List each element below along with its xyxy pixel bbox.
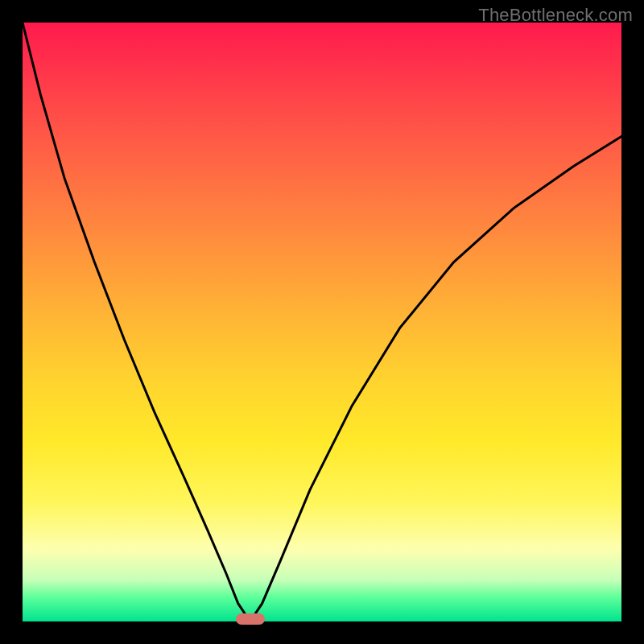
minimum-marker <box>236 613 265 625</box>
chart-frame: TheBottleneck.com <box>0 0 644 644</box>
curve-svg <box>23 23 621 621</box>
plot-area <box>23 23 621 621</box>
bottleneck-curve <box>23 23 621 621</box>
